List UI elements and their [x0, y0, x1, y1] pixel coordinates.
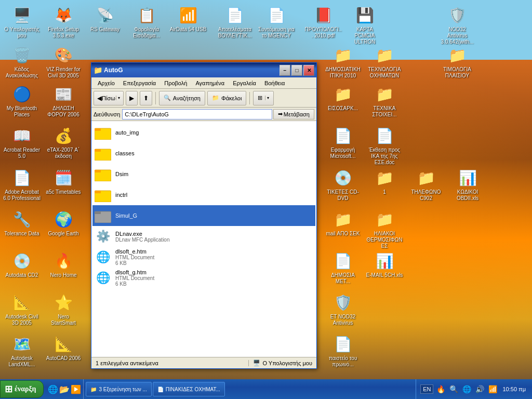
desktop-icon-email-sek[interactable]: 📁 mail ΑΠΟ ΣΕΚ [322, 207, 364, 239]
nero-tray-icon[interactable]: 🔥 [435, 384, 446, 394]
file-list[interactable]: auto_img classes [91, 121, 316, 357]
ql-folder-icon[interactable]: 📂 [59, 384, 70, 394]
file-item-dlsoft-e[interactable]: 🌐 dlsoft_e.htm HTML Document6 KB [92, 247, 315, 268]
desktop-icon-tiketes[interactable]: 💿 ΤΙΚΕΤΕΣ CD-DVD [322, 165, 364, 204]
desktop-icon-rs-gateway[interactable]: 📡 RS Gateway [84, 3, 126, 35]
desktop-icon-nod32[interactable]: 🛡️ NOD32 Antivirus 3.0.642(with... [436, 3, 478, 47]
back-dropdown-icon[interactable]: ▾ [116, 96, 120, 100]
address-input[interactable] [122, 109, 272, 119]
desktop-icon-nero-start[interactable]: ⭐ Nero StartSmart [43, 290, 84, 328]
menu-tools[interactable]: Εργαλεία [229, 79, 260, 87]
desktop-icon-karta[interactable]: 💾 ΚΑΡΤΑ PCMCIA ULTRON [344, 3, 385, 47]
folders-button[interactable]: 📁 Φάκελοι [207, 91, 246, 105]
desktop-icon-dimosia[interactable]: 📄 ΔΗΜΟΣΙΑ ΜΕΤ... [322, 248, 364, 287]
status-right-text: Ο Υπολογιστής μου [262, 360, 312, 366]
forward-button[interactable]: ▶ [126, 91, 138, 105]
desktop-icon-forologio[interactable]: 📋 Φορολογία Εισόδηµα... [126, 3, 167, 41]
file-item-dlnav[interactable]: ⚙️ DLnav.exe DLnav MFC Application [92, 226, 315, 247]
exe-dlnav-icon: ⚙️ [95, 228, 111, 245]
desktop-icon-dim[interactable]: 📁 ΔΗΜΟΣΙΑΤΙΚΗ ΙΤΙΚΗ 2010 [322, 43, 364, 81]
nero-home-label: Nero Home [45, 272, 82, 278]
desktop-icon-viz[interactable]: 🎨 VIZ Render for Civil 3D 2005 [43, 43, 84, 81]
desktop-icon-nod32-2[interactable]: 🛡️ ET NOD32 Antivirus [322, 290, 364, 328]
file-item-dlsoft-g[interactable]: 🌐 dlsoft_g.htm HTML Document6 KB [92, 268, 315, 288]
desktop-icon-autodata[interactable]: 💿 Autodata CD2 [1, 248, 43, 281]
file-item-simul-g[interactable]: Simul_G [92, 205, 315, 226]
view-dropdown-icon[interactable]: ▾ [265, 96, 269, 100]
network-tray-icon[interactable]: 🌐 [461, 384, 472, 394]
search-tray-icon[interactable]: 🔍 [448, 384, 459, 394]
ql-media-icon[interactable]: ▶️ [71, 384, 81, 394]
desktop-icon-google-earth[interactable]: 🌍 Google Earth [43, 207, 84, 239]
status-bar: 1 επιλεγμένα αντικείμενα 🖥️ Ο Υπολογιστή… [91, 357, 316, 368]
window-title-text: AutoG [104, 66, 280, 74]
desktop-icon-proino[interactable]: 📄 παιστείο του πρωινό... [322, 331, 364, 370]
menu-favorites[interactable]: Αγαπημένα [191, 79, 229, 87]
desktop-icon-tilefono[interactable]: 📁 ΤΗΛΕΦΩΝΟ C902 [405, 165, 447, 204]
minimize-button[interactable]: − [280, 65, 290, 76]
desktop-icon-tolerance[interactable]: 🔧 Tolerance Data [1, 207, 43, 239]
folder-classes-icon [95, 145, 111, 162]
desktop-icon-recycle[interactable]: 🗑️ Κάδος Ανακύκλωσης [1, 43, 43, 81]
ql-ie-icon[interactable]: 🌐 [48, 384, 58, 394]
desktop-icon-bluetooth[interactable]: 🔵 My Bluetooth Places [1, 82, 43, 120]
start-button[interactable]: ⊞ έναρξη [0, 380, 44, 398]
proupo-label: ΠΡΟΥΠΟΛΟΓΙ... 2010.pdf [304, 26, 342, 39]
file-item-classes[interactable]: classes [92, 143, 315, 164]
file-item-dsim[interactable]: Dsim [92, 164, 315, 184]
close-button[interactable]: ✕ [303, 65, 314, 76]
menu-view[interactable]: Προβολή [160, 79, 191, 87]
up-button[interactable]: ⬆ [140, 91, 152, 105]
desktop-icon-acrobat[interactable]: 📖 Acrobat Reader 5.0 [1, 123, 43, 162]
desktop-icon-kodikoi[interactable]: 📊 ΚΩΔΙΚΟΙ OBDII.xls [447, 165, 488, 204]
file-name-dlsoft-g: dlsoft_g.htm [115, 269, 313, 275]
window-toolbar: ◀ Πίσω ▾ ▶ ⬆ 🔍 Αναζήτηση 📁 Φάκελοι ⊞ [91, 89, 316, 108]
desktop-icon-landxml[interactable]: 🗺️ Autodesk LandXML... [1, 331, 43, 370]
desktop-icon-civil[interactable]: 📐 Autodesk Civil 3D 2005 [1, 290, 43, 328]
desktop-icon-firefox[interactable]: 🦊 Firefox Setup 3.5.3.exe [43, 3, 84, 41]
htm-dlsoft-e-icon: 🌐 [95, 249, 111, 265]
menu-help[interactable]: Βοήθεια [260, 79, 289, 87]
desktop-icon-proupo[interactable]: 📕 ΠΡΟΥΠΟΛΟΓΙ... 2010.pdf [302, 3, 344, 41]
window-menubar: Αρχείο Επεξεργασία Προβολή Αγαπημένα Εργ… [91, 77, 316, 89]
desktop-icon-autocad2006[interactable]: 📐 AutoCAD 2006 [43, 331, 84, 364]
desktop-icon-tech[interactable]: 📁 ΤΕΧΝΟΛΟΓΙΑ ΟΧΗΜΑΤΩΝ [364, 43, 405, 81]
volume-tray-icon[interactable]: 🔊 [474, 384, 485, 394]
desktop-icon-timologia[interactable]: 📁 ΤΙΜΟΛΟΓΙΑ ΠΛΑΙΣΙΟΥ [436, 43, 478, 81]
desktop-icon-a5c[interactable]: 🗓️ a5c Timetables [43, 165, 84, 197]
desktop-icon-syntomeysi[interactable]: 📄 Συντόμευση για το MGENCY [256, 3, 297, 41]
back-button[interactable]: ◀ Πίσω ▾ [94, 91, 124, 105]
desktop-icon-eisoark[interactable]: 📁 ΕΙΣΟΣΑΡΚ... [322, 82, 364, 114]
desktop-icon-adobe-acrobat[interactable]: 📄 Adobe Acrobat 6.0 Professional [1, 165, 43, 204]
desktop-icon-pc-mag[interactable]: 📰 ΔΗΛΩΣΗ ΦΟΡΟΥ 2006 [43, 82, 84, 120]
desktop-icon-email-5ch[interactable]: 📊 E-MAIL 5CH.xls [364, 248, 405, 281]
search-button[interactable]: 🔍 Αναζήτηση [159, 91, 205, 105]
proupo-icon: 📕 [313, 5, 334, 25]
language-button[interactable]: EN [420, 384, 433, 394]
taskbar-item-explorer[interactable]: 📁 3 Εξερεύνηση των ... [86, 382, 151, 396]
menu-file[interactable]: Αρχείο [94, 79, 119, 87]
desktop-icon-nero-home[interactable]: 🔥 Nero Home [43, 248, 84, 281]
nero-start-icon: ⭐ [53, 292, 74, 313]
view-button[interactable]: ⊞ ▾ [253, 91, 274, 105]
go-button[interactable]: ➡ Μετάβαση [273, 109, 314, 119]
desktop-icon-efarmogi[interactable]: 📄 Εφαρμογή Microsoft... [322, 123, 364, 162]
desktop-icon-iliakoi[interactable]: 📁 ΗΛΙΑΚΟΙ ΘΕΡΜΟΣΙΦΩΝΕΣ [364, 207, 405, 251]
menu-edit[interactable]: Επεξεργασία [119, 79, 160, 87]
desktop-icon-etax[interactable]: 💰 eTAX-2007 Α΄ έκδοση [43, 123, 84, 162]
file-item-inctrl[interactable]: inctrl [92, 184, 315, 205]
desktop-icon-apotelesmata[interactable]: 📄 Αποτελέσματα ΒΟΥΛΕΥΤΊΚ... [214, 3, 256, 41]
file-item-auto-img[interactable]: auto_img [92, 122, 315, 143]
desktop-icon-airdata[interactable]: 📶 AirData 54 USB [167, 3, 209, 35]
desktop-icon-my-computer[interactable]: 🖥️ Ο Υπολογιστής μου [1, 3, 43, 41]
taskbar-item-pinakides-icon: 📄 [157, 387, 164, 392]
taskbar-item-pinakides[interactable]: 📄 ΠΙΝΑΚΙΔΕΣ ΟΧΗΜΑΤ... [153, 382, 225, 396]
address-input-container: ➡ Μετάβαση [122, 109, 314, 119]
maximize-button[interactable]: □ [291, 65, 302, 76]
desktop-icon-tech2[interactable]: 📁 ΤΕΧΝΙΚΑ ΣΤΟΙΧΕΙ... [364, 82, 405, 120]
desktop-icon-1[interactable]: 📁 1 [364, 165, 405, 197]
proino-icon: 📄 [332, 334, 353, 354]
signal-tray-icon[interactable]: 📶 [487, 384, 498, 394]
clock: 10:50 πμ [500, 386, 528, 392]
desktop-icon-ekthesi[interactable]: 📄 Έκθεση προς ΙΚΑ της 7ης ΕΣΕ.doc [364, 123, 405, 168]
